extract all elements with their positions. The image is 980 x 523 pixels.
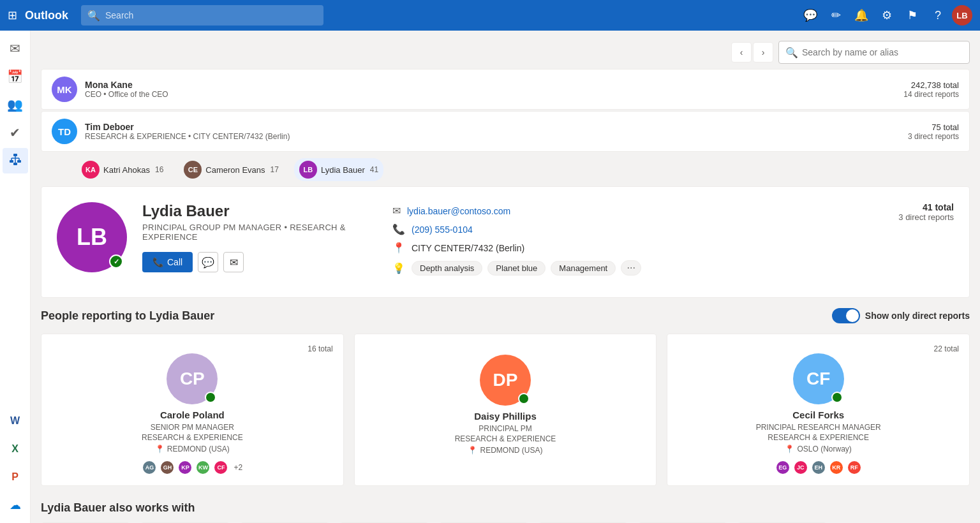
tim-deboer-stats: 75 total 3 direct reports [908, 122, 959, 141]
location-icon: 📍 [155, 445, 165, 453]
profile-card: LB ✓ Lydia Bauer PRINCIPAL GROUP PM MANA… [41, 186, 970, 298]
help-icon[interactable]: ? [926, 4, 949, 27]
reporting-section: People reporting to Lydia Bauer Show onl… [41, 308, 970, 486]
word-icon: W [10, 415, 20, 427]
name-search-input[interactable] [802, 47, 963, 57]
pen-icon[interactable]: ✏ [824, 4, 847, 27]
phone-detail-icon: 📞 [392, 223, 405, 235]
carole-more-count: +2 [234, 463, 242, 472]
cecil-role: PRINCIPAL RESEARCH MANAGER [756, 423, 881, 432]
profile-actions: 📞 Call 💬 ✉ [142, 252, 377, 272]
location-text: CITY CENTER/7432 (Berlin) [412, 243, 524, 253]
sub-reports-row: KA Katri Ahokas 16 CE Cameron Evans 17 L… [41, 153, 970, 181]
tag-planet-blue[interactable]: Planet blue [487, 261, 546, 276]
search-icon: 🔍 [87, 10, 100, 22]
cameron-name: Cameron Evans [205, 165, 265, 175]
back-button[interactable]: ‹ [731, 42, 752, 63]
sub-report-katri[interactable]: KA Katri Ahokas 16 [77, 158, 168, 181]
mini-avatar-c3: EH [811, 460, 826, 475]
toggle-knob [846, 309, 859, 322]
mini-avatar-2: GH [160, 460, 175, 475]
carole-photo-wrap: CP [167, 353, 218, 404]
feedback-icon[interactable]: 💬 [799, 4, 822, 27]
onedrive-icon: ☁ [10, 498, 21, 512]
sub-report-cameron[interactable]: CE Cameron Evans 17 [179, 158, 284, 181]
carole-dept: RESEARCH & EXPERIENCE [142, 433, 243, 442]
phone-link[interactable]: (209) 555-0104 [412, 225, 473, 235]
detail-tags-row: 💡 Depth analysis Planet blue Management … [392, 260, 862, 276]
search-input[interactable] [105, 10, 317, 20]
profile-total: 41 total [877, 202, 954, 212]
detail-email-row: ✉ lydia.bauer@contoso.com [392, 205, 862, 217]
katri-name: Katri Ahokas [103, 165, 150, 175]
excel-icon: X [11, 443, 19, 455]
mini-avatar-1: AG [142, 460, 157, 475]
org-row-tim-deboer[interactable]: TD Tim Deboer RESEARCH & EXPERIENCE • CI… [41, 111, 970, 152]
flag-icon[interactable]: ⚑ [901, 4, 924, 27]
works-with-section: Lydia Bauer also works with P1 Alex W. P… [41, 501, 970, 523]
email-link[interactable]: lydia.bauer@contoso.com [407, 206, 510, 216]
lydia-sub-avatar: LB [299, 161, 317, 179]
sub-report-lydia[interactable]: LB Lydia Bauer 41 [294, 158, 383, 181]
notification-icon[interactable]: 🔔 [850, 4, 873, 27]
more-tags-button[interactable]: ··· [621, 260, 641, 276]
person-card-carole[interactable]: 16 total CP Carole Poland SENIOR PM MANA… [41, 334, 344, 486]
daisy-role: PRINCIPAL PM [479, 424, 531, 433]
sidebar-item-powerpoint[interactable]: P [3, 464, 28, 490]
settings-icon[interactable]: ⚙ [875, 4, 898, 27]
sidebar-item-onedrive[interactable]: ☁ [3, 492, 28, 518]
cecil-avatars: EG JC EH KR RF [775, 460, 862, 475]
tag-management[interactable]: Management [551, 261, 616, 276]
tasks-icon: ✔ [10, 125, 20, 140]
sidebar-item-people[interactable]: 👥 [3, 92, 28, 117]
toggle-label: Show only direct reports [865, 311, 970, 321]
daisy-name: Daisy Phillips [474, 411, 537, 422]
top-search-bar[interactable]: 🔍 [81, 5, 323, 26]
person-card-cecil[interactable]: 22 total CF Cecil Forks PRINCIPAL RESEAR… [667, 334, 970, 486]
sidebar-item-mail[interactable]: ✉ [3, 36, 28, 61]
detail-location-row: 📍 CITY CENTER/7432 (Berlin) [392, 242, 862, 254]
carole-name: Carole Poland [160, 409, 225, 420]
calendar-icon: 📅 [7, 69, 23, 84]
mini-avatar-c5: RF [847, 460, 862, 475]
sidebar-item-org[interactable] [3, 148, 28, 173]
forward-button[interactable]: › [753, 42, 773, 63]
sidebar-item-excel[interactable]: X [3, 436, 28, 462]
daisy-location: 📍 REDMOND (USA) [468, 446, 542, 455]
search-icon: 🔍 [785, 47, 798, 59]
works-with-title: Lydia Bauer also works with [41, 501, 970, 515]
mona-kane-title: CEO • Office of the CEO [85, 90, 903, 99]
svg-rect-1 [10, 160, 13, 163]
email-button[interactable]: ✉ [223, 252, 244, 272]
tag-depth-analysis[interactable]: Depth analysis [412, 261, 482, 276]
profile-stats: 41 total 3 direct reports [877, 202, 954, 222]
mini-avatar-5: CF [213, 460, 228, 475]
call-button[interactable]: 📞 Call [142, 252, 193, 272]
show-direct-toggle: Show only direct reports [832, 308, 970, 323]
mona-kane-avatar: MK [52, 77, 77, 102]
carole-avatars: AG GH KP KW CF +2 [142, 460, 242, 475]
chat-button[interactable]: 💬 [198, 252, 218, 272]
sidebar-item-tasks[interactable]: ✔ [3, 120, 28, 145]
name-search-bar[interactable]: 🔍 [778, 41, 970, 64]
toggle-switch[interactable] [832, 308, 860, 323]
person-card-daisy[interactable]: DP Daisy Phillips PRINCIPAL PM RESEARCH … [354, 334, 657, 486]
phone-icon: 📞 [152, 257, 163, 267]
cecil-dept: RESEARCH & EXPERIENCE [768, 433, 869, 442]
avatar[interactable]: LB [952, 5, 972, 26]
sidebar: ✉ 📅 👥 ✔ W X P [0, 31, 31, 523]
cameron-count: 17 [271, 165, 279, 174]
tags-row: Depth analysis Planet blue Management ··… [412, 260, 641, 276]
sidebar-item-calendar[interactable]: 📅 [3, 64, 28, 89]
profile-title: PRINCIPAL GROUP PM MANAGER • RESEARCH & … [142, 223, 377, 242]
app-launcher-icon[interactable]: ⊞ [8, 8, 17, 22]
section-title-text: People reporting to Lydia Bauer [41, 309, 214, 323]
sidebar-item-word[interactable]: W [3, 408, 28, 434]
tim-deboer-name: Tim Deboer [85, 122, 908, 132]
org-row-mona-kane[interactable]: MK Mona Kane CEO • Office of the CEO 242… [41, 69, 970, 110]
mini-avatar-3: KP [177, 460, 193, 475]
mini-avatar-c1: EG [775, 460, 791, 475]
profile-name: Lydia Bauer [142, 202, 377, 220]
mini-avatar-c2: JC [793, 460, 808, 475]
cecil-name: Cecil Forks [792, 409, 844, 420]
